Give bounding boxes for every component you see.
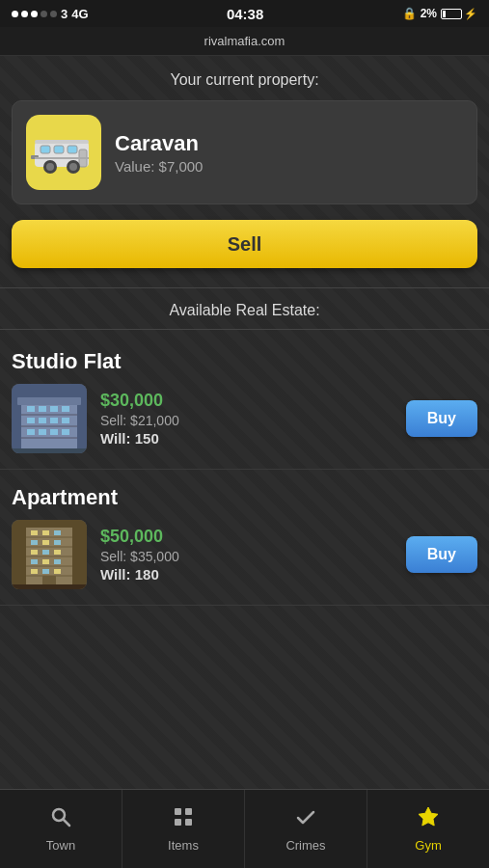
nav-label-gym: Gym: [415, 838, 441, 853]
sell-button[interactable]: Sell: [12, 220, 477, 268]
listing-sell-1: Sell: $35,000: [100, 549, 393, 564]
svg-rect-49: [54, 559, 61, 564]
svg-rect-19: [50, 406, 58, 412]
network-type: 3: [61, 7, 68, 21]
property-info: Caravan Value: $7,000: [115, 131, 463, 175]
listing-body-0: $30,000 Sell: $21,000 Will: 150 Buy: [12, 384, 477, 453]
caravan-image: [26, 115, 101, 190]
listing-will-0: Will: 150: [100, 430, 393, 447]
svg-rect-38: [31, 530, 38, 535]
nav-item-crimes[interactable]: Crimes: [245, 790, 367, 868]
listing-price-1: $50,000: [100, 527, 393, 547]
network-gen: 4G: [71, 7, 88, 21]
svg-rect-52: [54, 569, 61, 574]
status-time: 04:38: [227, 6, 263, 22]
available-section: Available Real Estate: Studio Flat: [0, 288, 489, 606]
svg-rect-46: [54, 550, 61, 555]
listing-name-0: Studio Flat: [12, 349, 477, 374]
studio-flat-image: [12, 384, 87, 453]
listing-will-1: Will: 180: [100, 566, 393, 583]
dot3: [31, 11, 38, 17]
nav-label-crimes: Crimes: [285, 838, 325, 853]
apartment-svg-icon: [12, 520, 87, 589]
lock-icon: 🔒: [402, 7, 417, 20]
svg-line-56: [64, 820, 69, 826]
nav-item-town[interactable]: Town: [0, 790, 122, 868]
buy-button-1[interactable]: Buy: [406, 536, 477, 573]
svg-rect-29: [17, 397, 81, 405]
status-right: 🔒 2% ⚡: [402, 7, 477, 20]
property-name: Caravan: [115, 131, 463, 156]
main-content: Your current property:: [0, 56, 489, 789]
dot4: [41, 11, 47, 17]
battery-bolt-icon: ⚡: [464, 8, 477, 20]
svg-rect-59: [175, 819, 181, 826]
studio-flat-svg-icon: [12, 384, 87, 453]
battery-body: [441, 9, 462, 19]
battery-percent: 2%: [421, 7, 437, 20]
sell-btn-container: Sell: [0, 220, 489, 287]
svg-rect-22: [39, 418, 46, 423]
svg-marker-61: [419, 807, 438, 826]
svg-point-7: [46, 163, 54, 171]
svg-rect-2: [54, 146, 64, 153]
svg-rect-10: [35, 140, 89, 144]
available-heading: Available Real Estate:: [0, 302, 489, 330]
battery-fill: [443, 11, 446, 17]
svg-rect-45: [42, 550, 49, 555]
svg-rect-54: [12, 584, 87, 589]
buy-button-0[interactable]: Buy: [406, 400, 477, 437]
nav-label-items: Items: [168, 838, 199, 853]
browser-url: rivalmafia.com: [204, 34, 285, 48]
listing-apartment: Apartment: [0, 470, 489, 606]
search-icon: [49, 805, 72, 834]
status-left: 3 4G: [12, 7, 89, 21]
svg-rect-11: [35, 157, 89, 159]
browser-bar: rivalmafia.com: [0, 27, 489, 56]
listing-body-1: $50,000 Sell: $35,000 Will: 180 Buy: [12, 520, 477, 589]
svg-rect-17: [27, 406, 35, 412]
status-bar: 3 4G 04:38 🔒 2% ⚡: [0, 0, 489, 27]
svg-rect-23: [50, 418, 58, 423]
apartment-image: [12, 520, 87, 589]
battery-icon: ⚡: [441, 8, 477, 20]
listing-details-0: $30,000 Sell: $21,000 Will: 150: [100, 391, 393, 447]
svg-rect-42: [42, 540, 49, 545]
svg-rect-1: [41, 146, 50, 153]
listing-sell-0: Sell: $21,000: [100, 413, 393, 428]
svg-rect-39: [42, 530, 49, 535]
grid-icon: [172, 805, 195, 834]
nav-item-gym[interactable]: Gym: [367, 790, 489, 868]
dot5: [50, 11, 57, 17]
nav-label-town: Town: [46, 838, 75, 853]
property-value: Value: $7,000: [115, 158, 463, 175]
svg-rect-30: [12, 448, 87, 453]
bottom-nav: Town Items Crimes Gym: [0, 789, 489, 868]
svg-rect-43: [54, 540, 61, 545]
svg-rect-44: [31, 550, 38, 555]
svg-rect-27: [50, 429, 58, 435]
nav-item-items[interactable]: Items: [122, 790, 245, 868]
check-icon: [294, 805, 317, 834]
svg-rect-3: [68, 146, 77, 153]
svg-rect-28: [62, 429, 69, 435]
star-icon: [417, 805, 440, 834]
svg-rect-48: [42, 559, 49, 564]
svg-rect-58: [185, 808, 192, 815]
svg-rect-53: [42, 576, 56, 585]
signal-dots: [12, 11, 57, 17]
svg-rect-47: [31, 559, 38, 564]
svg-rect-25: [27, 429, 35, 435]
dot1: [12, 11, 18, 17]
listing-details-1: $50,000 Sell: $35,000 Will: 180: [100, 527, 393, 583]
svg-rect-24: [62, 418, 69, 423]
svg-rect-40: [54, 530, 61, 535]
current-property-card: Caravan Value: $7,000: [12, 100, 477, 204]
svg-rect-20: [62, 406, 69, 412]
svg-rect-18: [39, 406, 46, 412]
svg-rect-21: [27, 418, 35, 423]
caravan-svg-icon: [31, 128, 96, 176]
svg-rect-60: [185, 819, 192, 826]
svg-point-9: [69, 163, 77, 171]
svg-rect-41: [31, 540, 38, 545]
